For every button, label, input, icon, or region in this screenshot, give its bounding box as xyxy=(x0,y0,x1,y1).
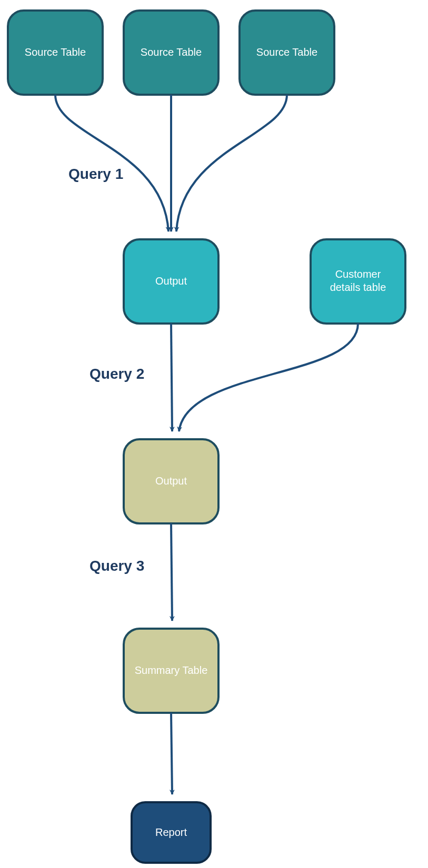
node-output-1: Output xyxy=(124,239,218,324)
arrow-output1-to-output2 xyxy=(171,324,172,431)
node-source-table-2: Source Table xyxy=(124,11,218,95)
node-source-table-1: Source Table xyxy=(8,11,103,95)
node-label-line2: details table xyxy=(330,281,386,293)
label-query-3: Query 3 xyxy=(89,558,144,574)
label-query-1: Query 1 xyxy=(68,166,123,182)
node-label: Report xyxy=(155,826,187,838)
node-label: Source Table xyxy=(25,46,86,58)
node-label: Source Table xyxy=(256,46,317,58)
node-label: Output xyxy=(155,475,187,487)
node-label: Summary Table xyxy=(135,664,208,676)
arrow-output2-to-summary xyxy=(171,523,172,621)
node-source-table-3: Source Table xyxy=(240,11,334,95)
node-report: Report xyxy=(132,802,211,863)
node-customer-details: Customer details table xyxy=(311,239,405,324)
arrow-source1-to-output1 xyxy=(55,95,168,231)
arrow-summary-to-report xyxy=(171,713,172,794)
node-label: Source Table xyxy=(141,46,202,58)
label-query-2: Query 2 xyxy=(89,366,144,382)
arrow-customer-to-output2 xyxy=(179,324,358,431)
node-summary-table: Summary Table xyxy=(124,629,218,713)
node-label: Output xyxy=(155,275,187,287)
node-label-line1: Customer xyxy=(335,268,381,280)
arrow-source3-to-output1 xyxy=(176,95,287,231)
node-output-2: Output xyxy=(124,439,218,523)
diagram-canvas: Source Table Source Table Source Table Q… xyxy=(0,0,428,868)
